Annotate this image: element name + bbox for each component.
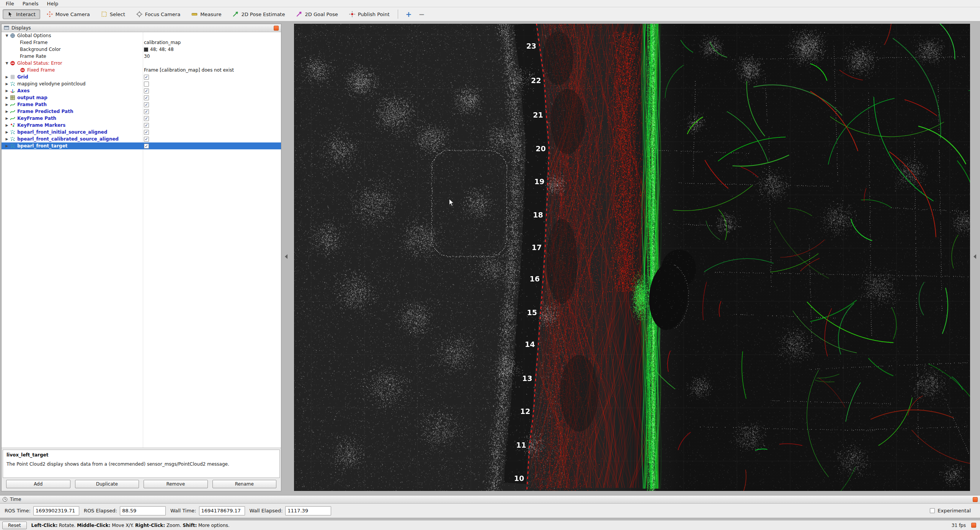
- remove-button[interactable]: Remove: [144, 480, 208, 488]
- duplicate-button[interactable]: Duplicate: [75, 480, 139, 488]
- markers-icon: [10, 123, 16, 128]
- tree-row-bpearl-front-initial-source-aligned[interactable]: ▶bpearl_front_initial_source_aligned✓: [2, 129, 281, 136]
- tree-row-frame-predicted-path[interactable]: ▶Frame Predicted Path✓: [2, 108, 281, 115]
- tool-select[interactable]: Select: [96, 9, 130, 19]
- add-button[interactable]: Add: [6, 480, 70, 488]
- expander-icon[interactable]: ▶: [4, 94, 10, 101]
- time-panel-close-button[interactable]: [973, 497, 978, 502]
- time-field-label: Wall Time:: [170, 508, 196, 514]
- tree-row-bpearl-front-calibrated-source-aligned[interactable]: ▶bpearl_front_calibrated_source_aligned✓: [2, 136, 281, 142]
- display-description-title: livox_left_target: [7, 452, 276, 458]
- status-indicator: [971, 523, 976, 528]
- tree-row-background-color[interactable]: Background Color48; 48; 48: [2, 46, 281, 53]
- tree-row-global-options[interactable]: ▼Global Options: [2, 32, 281, 39]
- viewport-canvas[interactable]: [294, 24, 970, 491]
- time-field-input[interactable]: [199, 506, 245, 515]
- tree-row-keyframe-markers[interactable]: ▶KeyFrame Markers✓: [2, 122, 281, 129]
- row-label: Global Status: Error: [17, 60, 62, 67]
- tree-row-fixed-frame[interactable]: Fixed Framecalibration_map: [2, 39, 281, 46]
- tool-publish-point[interactable]: Publish Point: [345, 9, 394, 19]
- display-checkbox[interactable]: ✓: [144, 137, 149, 142]
- menu-file[interactable]: File: [2, 0, 18, 7]
- display-checkbox[interactable]: ✓: [144, 95, 149, 100]
- display-checkbox[interactable]: ✓: [144, 88, 149, 93]
- right-panel-expand-handle[interactable]: [973, 254, 976, 259]
- rename-button[interactable]: Rename: [212, 480, 277, 488]
- display-checkbox[interactable]: ✓: [144, 102, 149, 107]
- tool-focus-camera[interactable]: Focus Camera: [132, 9, 185, 19]
- viewport-3d[interactable]: [294, 24, 970, 491]
- select-icon: [101, 11, 107, 17]
- display-checkbox[interactable]: ✓: [144, 75, 149, 80]
- expander-icon[interactable]: ▼: [4, 32, 10, 39]
- tree-row-grid[interactable]: ▶Grid✓: [2, 74, 281, 80]
- clock-icon: [2, 497, 8, 502]
- display-description: livox_left_target The Point Cloud2 displ…: [3, 450, 280, 478]
- hint-segment: Move X/Y.: [110, 523, 135, 528]
- time-field-label: ROS Elapsed:: [84, 508, 117, 514]
- tool-measure[interactable]: Measure: [187, 9, 226, 19]
- time-field-input[interactable]: [33, 506, 79, 515]
- expander-icon[interactable]: ▶: [4, 101, 10, 108]
- expander-icon[interactable]: ▶: [4, 87, 10, 94]
- tree-row-axes[interactable]: ▶Axes✓: [2, 87, 281, 94]
- display-checkbox[interactable]: ✓: [144, 116, 149, 121]
- displays-panel-close-button[interactable]: [274, 26, 279, 31]
- move-camera-icon: [47, 11, 53, 17]
- tool-interact[interactable]: Interact: [3, 9, 40, 19]
- remove-tool-button[interactable]: −: [415, 10, 428, 19]
- toolbar-separator: [398, 10, 398, 19]
- time-field-input[interactable]: [120, 506, 166, 515]
- tool-move-camera[interactable]: Move Camera: [42, 9, 95, 19]
- tool-label: Select: [110, 11, 125, 17]
- error-icon: [20, 67, 26, 73]
- time-field-ros-elapsed: ROS Elapsed:: [84, 506, 166, 515]
- display-checkbox[interactable]: [144, 82, 149, 87]
- experimental-checkbox[interactable]: [930, 508, 935, 513]
- time-field-wall-time: Wall Time:: [170, 506, 245, 515]
- displays-panel: Displays ▼Global OptionsFixed Framecalib…: [1, 24, 281, 491]
- time-field-input[interactable]: [285, 506, 331, 515]
- tree-row-output-map[interactable]: ▶output map✓: [2, 94, 281, 101]
- displays-panel-collapse-handle[interactable]: [285, 254, 287, 259]
- display-checkbox[interactable]: ✓: [144, 109, 149, 114]
- tree-row-frame-rate[interactable]: Frame Rate30: [2, 53, 281, 60]
- tree-row-keyframe-path[interactable]: ▶KeyFrame Path✓: [2, 115, 281, 122]
- add-tool-button[interactable]: +: [402, 10, 415, 19]
- row-label: Fixed Frame: [27, 67, 55, 74]
- row-label: bpearl_front_target: [17, 142, 67, 149]
- expander-icon[interactable]: ▶: [4, 142, 10, 149]
- menu-panels[interactable]: Panels: [18, 0, 43, 7]
- pointcloud-icon: [10, 136, 16, 142]
- hint-segment: More options.: [197, 523, 229, 528]
- hint-segment: Middle-Click:: [77, 523, 110, 528]
- row-value: 48; 48; 48: [150, 46, 174, 53]
- expander-icon[interactable]: ▶: [4, 80, 10, 87]
- tree-row-bpearl-front-target[interactable]: ▶bpearl_front_target✓: [2, 142, 281, 149]
- focus-camera-icon: [136, 11, 142, 17]
- tree-row-frame-path[interactable]: ▶Frame Path✓: [2, 101, 281, 108]
- expander-icon[interactable]: ▶: [4, 74, 10, 80]
- row-label: Frame Predicted Path: [17, 108, 73, 115]
- tree-row-fixed-frame[interactable]: Fixed FrameFrame [calibration_map] does …: [2, 67, 281, 74]
- status-bar: Reset Left-Click: Rotate. Middle-Click: …: [0, 520, 980, 530]
- expander-icon[interactable]: ▶: [4, 129, 10, 136]
- panel-buttons: AddDuplicateRemoveRename: [2, 479, 281, 491]
- tool-label: 2D Pose Estimate: [241, 11, 285, 17]
- expander-icon[interactable]: ▼: [4, 60, 10, 67]
- tree-row-global-status-error[interactable]: ▼Global Status: Error: [2, 60, 281, 67]
- time-field-wall-elapsed: Wall Elapsed:: [250, 506, 332, 515]
- display-checkbox[interactable]: ✓: [144, 123, 149, 128]
- reset-button[interactable]: Reset: [2, 522, 27, 529]
- tree-row-mapping-velodyne-pointcloud[interactable]: ▶mapping velodyne pointcloud: [2, 80, 281, 87]
- expander-icon[interactable]: ▶: [4, 108, 10, 115]
- expander-icon[interactable]: ▶: [4, 122, 10, 129]
- expander-icon[interactable]: ▶: [4, 136, 10, 142]
- display-checkbox[interactable]: ✓: [144, 130, 149, 135]
- menu-help[interactable]: Help: [43, 0, 63, 7]
- tool-pose-estimate[interactable]: 2D Pose Estimate: [228, 9, 289, 19]
- expander-icon[interactable]: ▶: [4, 115, 10, 122]
- display-checkbox[interactable]: ✓: [144, 144, 149, 149]
- tool-label: 2D Goal Pose: [305, 11, 338, 17]
- tool-goal-pose[interactable]: 2D Goal Pose: [291, 9, 342, 19]
